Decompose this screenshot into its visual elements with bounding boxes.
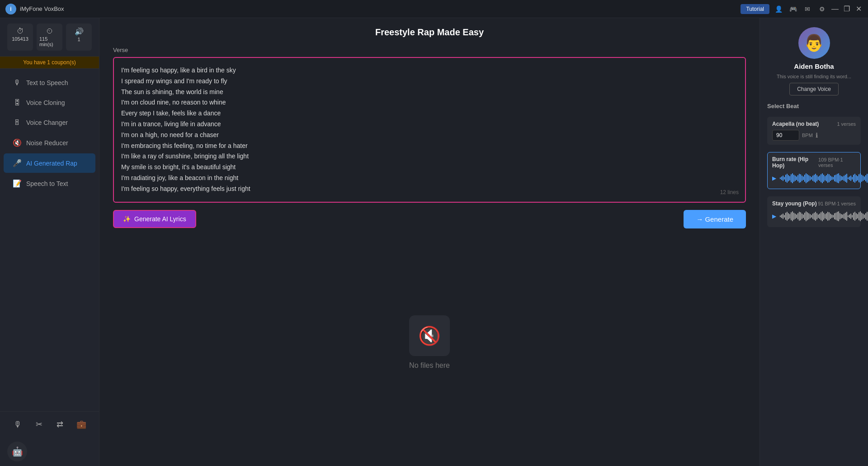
beat-stay-young-header: Stay young (Pop) 91 BPM·1 verses: [772, 200, 856, 207]
change-voice-button[interactable]: Change Voice: [789, 83, 839, 95]
shuffle-bottom-icon[interactable]: ⇄: [53, 417, 67, 432]
sidebar-bottom: 🎙 ✂ ⇄ 💼: [0, 411, 99, 437]
briefcase-bottom-icon[interactable]: 💼: [74, 417, 89, 432]
bpm-label: BPM: [802, 133, 813, 138]
verse-label: Verse: [113, 47, 746, 53]
generate-lyrics-label: Generate AI Lyrics: [134, 215, 186, 223]
main-inner: Freestyle Rap Made Easy Verse I'm feelin…: [99, 18, 760, 466]
sidebar-item-noise-reducer[interactable]: 🔇 Noise Reducer: [4, 133, 95, 152]
play-burn-rate-button[interactable]: ▶: [772, 174, 776, 183]
line-count: 12 lines: [720, 188, 739, 197]
lyrics-line: Every step I take, feels like a dance: [121, 108, 738, 119]
tutorial-button[interactable]: Tutorial: [741, 4, 769, 14]
sidebar: ⏱ 105413 ⏲ 115 min(s) 🔊 1 You have 1 cou…: [0, 18, 99, 466]
play-stay-young-button[interactable]: ▶: [772, 212, 776, 221]
app-body: ⏱ 105413 ⏲ 115 min(s) 🔊 1 You have 1 cou…: [0, 18, 868, 466]
bpm-input[interactable]: [772, 130, 799, 141]
lyrics-line: I spread my wings and I'm ready to fly: [121, 76, 738, 87]
characters-value: 105413: [12, 36, 28, 42]
text-to-speech-icon: 🎙: [13, 79, 22, 87]
stat-box-count: 🔊 1: [66, 24, 92, 51]
noise-reducer-label: Noise Reducer: [26, 139, 68, 147]
profile-icon[interactable]: 👤: [773, 4, 784, 14]
close-button[interactable]: ✕: [854, 5, 863, 13]
discord-icon[interactable]: 🎮: [788, 4, 798, 14]
bpm-row: BPM ℹ: [772, 130, 856, 141]
lyrics-content: I'm feeling so happy, like a bird in the…: [121, 65, 738, 195]
stat-box-characters: ⏱ 105413: [7, 24, 33, 51]
voice-changer-icon: 🎚: [13, 119, 22, 127]
titlebar: i iMyFone VoxBox Tutorial 👤 🎮 ✉ ⚙ — ❐ ✕: [0, 0, 868, 18]
waveform-burn-rate: [780, 171, 868, 185]
maximize-button[interactable]: ❐: [843, 5, 851, 13]
right-panel: 👨 Aiden Botha This voice is still findin…: [760, 18, 868, 466]
beat-item-acapella[interactable]: Acapella (no beat) 1 verses BPM ℹ: [767, 117, 861, 145]
minimize-button[interactable]: —: [831, 5, 839, 13]
lyrics-line: I'm on cloud nine, no reason to whine: [121, 97, 738, 108]
voice-desc: This voice is still finding its word...: [777, 74, 851, 79]
ai-generated-rap-label: AI Generated Rap: [26, 160, 77, 167]
beat-item-stay-young[interactable]: Stay young (Pop) 91 BPM·1 verses ▶: [767, 196, 861, 227]
voice-card: 👨 Aiden Botha This voice is still findin…: [767, 27, 861, 95]
titlebar-controls: Tutorial 👤 🎮 ✉ ⚙ — ❐ ✕: [741, 4, 863, 14]
app-logo: i: [5, 4, 16, 14]
lyrics-line: I'm embracing this feeling, no time for …: [121, 141, 738, 152]
waveform-stay-young: [780, 209, 868, 223]
action-row: ✨ Generate AI Lyrics → Generate: [113, 210, 746, 228]
count-value: 1: [77, 37, 80, 42]
beat-stay-young-info: 91 BPM·1 verses: [818, 201, 856, 206]
beat-item-burn-rate[interactable]: Burn rate (Hip Hop) 109 BPM·1 verses ▶: [767, 152, 861, 189]
sparkle-icon: ✨: [123, 215, 131, 223]
lyrics-line: I'm in a trance, living life in advance: [121, 119, 738, 130]
sidebar-item-text-to-speech[interactable]: 🎙 Text to Speech: [4, 73, 95, 92]
microphone-bottom-icon[interactable]: 🎙: [10, 417, 25, 432]
no-files-text: No files here: [409, 361, 450, 370]
voice-avatar: 👨: [798, 27, 830, 59]
lyrics-box[interactable]: I'm feeling so happy, like a bird in the…: [113, 57, 746, 203]
beat-burn-rate-info: 109 BPM·1 verses: [818, 157, 856, 168]
lyrics-line: I'm feeling so happy, everything feels j…: [121, 184, 738, 195]
sidebar-item-voice-cloning[interactable]: 🎛 Voice Cloning: [4, 93, 95, 112]
noise-reducer-icon: 🔇: [13, 138, 22, 147]
beat-stay-young-name: Stay young (Pop): [772, 200, 817, 207]
lyrics-line: I'm feeling so happy, like a bird in the…: [121, 65, 738, 76]
generate-ai-lyrics-button[interactable]: ✨ Generate AI Lyrics: [113, 210, 196, 228]
lyrics-line: I'm on a high, no need for a chaser: [121, 130, 738, 141]
coupon-bar: You have 1 coupon(s): [0, 57, 99, 69]
bpm-info-icon[interactable]: ℹ: [816, 132, 818, 139]
beat-burn-rate-controls: ▶: [772, 171, 856, 185]
voice-cloning-label: Voice Cloning: [26, 99, 65, 106]
generate-button[interactable]: → Generate: [684, 210, 746, 228]
minutes-icon: ⏲: [46, 27, 53, 35]
lyrics-line: I'm radiating joy, like a beacon in the …: [121, 173, 738, 184]
select-beat-label: Select Beat: [767, 103, 861, 109]
chatbot-icon[interactable]: 🤖: [7, 442, 27, 461]
beat-burn-rate-header: Burn rate (Hip Hop) 109 BPM·1 verses: [772, 156, 856, 169]
sidebar-item-voice-changer[interactable]: 🎚 Voice Changer: [4, 113, 95, 132]
voice-name: Aiden Botha: [794, 62, 834, 70]
mail-icon[interactable]: ✉: [802, 4, 813, 14]
minutes-value: 115 min(s): [39, 36, 60, 47]
voice-cloning-icon: 🎛: [13, 99, 22, 107]
app-title: iMyFone VoxBox: [20, 5, 741, 12]
settings-icon[interactable]: ⚙: [816, 4, 827, 14]
main-content: Freestyle Rap Made Easy Verse I'm feelin…: [99, 18, 760, 466]
lyrics-line: My smile is so bright, it's a beautiful …: [121, 162, 738, 173]
chatbot-area: 🤖: [0, 437, 99, 466]
page-title: Freestyle Rap Made Easy: [113, 27, 746, 38]
lyrics-line: The sun is shining, the world is mine: [121, 87, 738, 98]
sidebar-stats: ⏱ 105413 ⏲ 115 min(s) 🔊 1: [0, 18, 99, 57]
no-files-area: 🔇 No files here: [113, 228, 746, 457]
sidebar-item-speech-to-text[interactable]: 📝 Speech to Text: [4, 174, 95, 193]
voice-changer-label: Voice Changer: [26, 119, 68, 126]
beat-burn-rate-name: Burn rate (Hip Hop): [772, 156, 818, 169]
beat-acapella-name: Acapella (no beat): [772, 121, 819, 127]
count-icon: 🔊: [75, 27, 84, 36]
scissors-bottom-icon[interactable]: ✂: [32, 417, 46, 432]
ai-generated-rap-icon: 🎤: [13, 159, 22, 167]
lyrics-line: I'm like a ray of sunshine, bringing all…: [121, 151, 738, 162]
beat-stay-young-controls: ▶: [772, 209, 856, 223]
sidebar-item-ai-generated-rap[interactable]: 🎤 AI Generated Rap: [4, 153, 95, 173]
text-to-speech-label: Text to Speech: [26, 79, 68, 86]
speech-to-text-icon: 📝: [13, 179, 22, 188]
